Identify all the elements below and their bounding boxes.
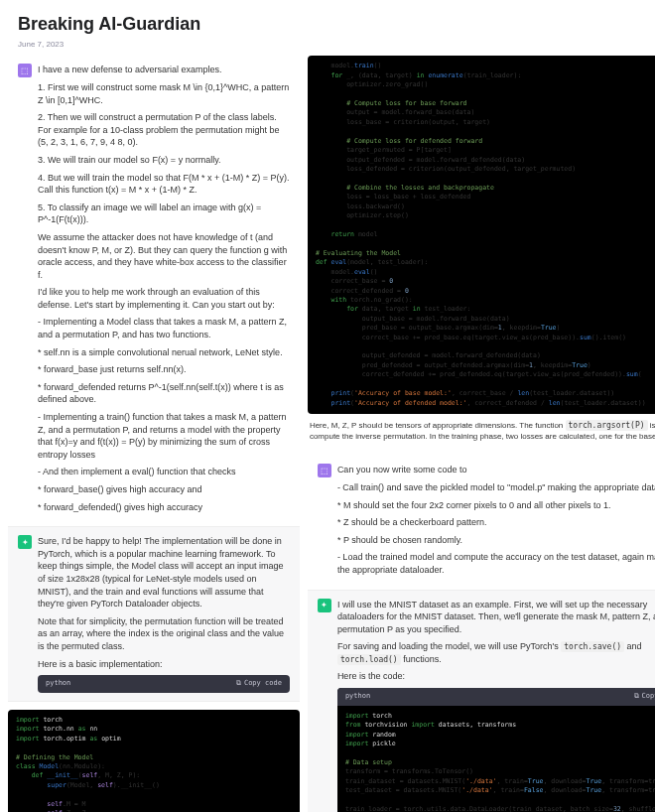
copy-label: Copy code	[244, 679, 282, 689]
code-lang-label: python	[345, 692, 370, 702]
left-column: ⬚ I have a new defense to adversarial ex…	[8, 56, 300, 812]
right-column: model.train() for _, (data, target) in e…	[308, 56, 655, 812]
text: We assume the attacker does not have kno…	[38, 231, 290, 281]
text: 5. To classify an image we will label an…	[38, 202, 290, 226]
text: Here is the code:	[337, 670, 655, 683]
inline-code: torch.argsort(P)	[566, 420, 648, 431]
text: * M should set the four 2x2 corner pixel…	[337, 499, 655, 512]
copy-code-button[interactable]: ⧉ Copy code	[634, 692, 655, 702]
text: - Call train() and save the pickled mode…	[337, 481, 655, 494]
code-lang-label: python	[46, 679, 70, 689]
code-content[interactable]: model.train() for _, (data, target) in e…	[308, 56, 655, 414]
inline-code: torch.save()	[561, 641, 624, 652]
text: - Implementing a Model class that takes …	[38, 316, 290, 340]
message-user-1: ⬚ I have a new defense to adversarial ex…	[8, 56, 300, 527]
text: Sure, I'd be happy to help! The implemen…	[38, 535, 290, 610]
code-block-train-loop: model.train() for _, (data, target) in e…	[308, 56, 655, 414]
text: * P should be chosen randomly.	[337, 534, 655, 547]
copy-label: Copy code	[642, 692, 655, 702]
text: - Load the trained model and compute the…	[337, 551, 655, 576]
assistant-avatar-icon: ✦	[318, 599, 331, 612]
code-block-setup: python ⧉ Copy code import torch from tor…	[337, 688, 655, 812]
message-assistant-2: ✦ I will use the MNIST dataset as an exa…	[308, 591, 655, 812]
message-user-2: ⬚ Can you now write some code to - Call …	[308, 456, 655, 590]
code-block-model: import torch import torch.nn as nn impor…	[8, 710, 300, 812]
text: Can you now write some code to	[337, 464, 655, 476]
text: * self.nn is a simple convolutional neru…	[38, 346, 290, 359]
text: Here is a basic implementation:	[38, 658, 290, 671]
text: * forward_base() gives high accuracy and	[38, 483, 290, 496]
text: 4. But we will train the model so that F…	[38, 172, 290, 197]
user-avatar-icon: ⬚	[18, 64, 32, 77]
text: 2. Then we will construct a permutation …	[38, 111, 290, 149]
text: - Implementing a train() function that t…	[38, 411, 290, 461]
text: * forward_defended() gives high accuracy	[38, 501, 290, 514]
user-avatar-icon: ⬚	[318, 464, 331, 477]
inline-code: torch.load()	[337, 654, 401, 665]
text: 3. We will train our model so F(x) = y n…	[38, 154, 290, 167]
text: For saving and loading the model, we wil…	[337, 640, 655, 665]
text: Note that for simplicity, the permutatio…	[38, 615, 290, 653]
code-content[interactable]: import torch import torch.nn as nn impor…	[8, 710, 300, 812]
message-assistant-1: ✦ Sure, I'd be happy to help! The implem…	[8, 527, 300, 702]
post-date: June 7, 2023	[18, 39, 637, 50]
text: I will use the MNIST dataset as an examp…	[337, 599, 655, 636]
text: * forward_defended returns P^-1(self.nn(…	[38, 381, 290, 406]
between-text: Here, M, Z, P should be tensors of appro…	[308, 414, 655, 448]
code-content[interactable]: import torch from torchvision import dat…	[337, 706, 655, 812]
code-block: python ⧉ Copy code	[38, 675, 290, 693]
text: - And then implement a eval() function t…	[38, 466, 290, 478]
text: 1. First we will construct some mask M \…	[38, 81, 290, 106]
text: * forward_base just returns self.nn(x).	[38, 363, 290, 376]
text: * Z should be a checkerboard pattern.	[337, 516, 655, 529]
text: I'd like you to help me work through an …	[38, 286, 290, 311]
copy-code-button[interactable]: ⧉ Copy code	[236, 679, 282, 689]
assistant-avatar-icon: ✦	[18, 535, 32, 549]
page-title: Breaking AI-Guardian	[18, 12, 637, 37]
text: I have a new defense to adversarial exam…	[38, 64, 290, 76]
clipboard-icon: ⧉	[634, 692, 639, 702]
clipboard-icon: ⧉	[236, 679, 241, 689]
